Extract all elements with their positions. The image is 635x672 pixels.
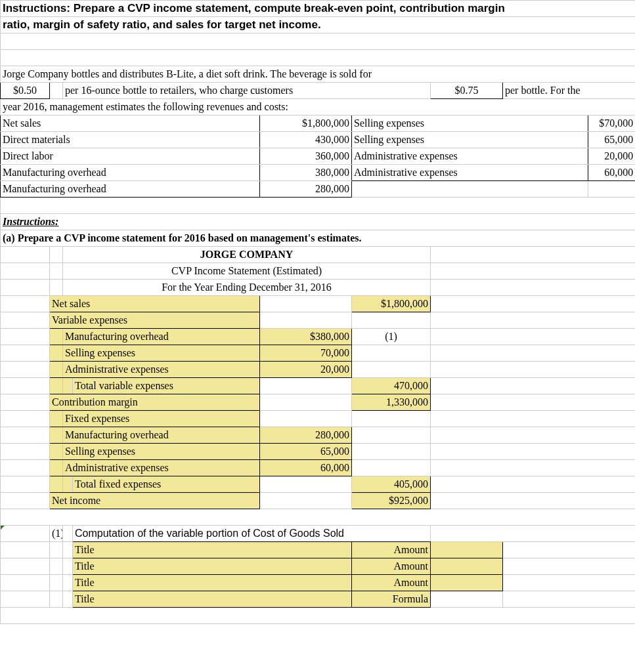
data-left-value: $1,800,000 [260,116,352,132]
contrib-value[interactable]: 1,330,000 [352,394,431,411]
data-row: Net sales $1,800,000 Selling expenses $7… [1,116,636,132]
note-ref: (1) [50,526,63,542]
fixed-exp-label[interactable]: Fixed expenses [63,411,260,427]
total-fixed-value[interactable]: 405,000 [352,476,431,493]
problem-mid: per 16-ounce bottle to retailers, who ch… [63,83,431,99]
net-income-value[interactable]: $925,000 [352,493,431,509]
price-per-bottle-retail[interactable]: $0.75 [431,83,503,99]
data-left-label: Net sales [1,116,260,132]
data-row: Direct materials 430,000 Selling expense… [1,132,636,148]
data-right-value: $70,000 [588,116,636,132]
contrib-label[interactable]: Contribution margin [50,394,260,411]
instructions-line2: ratio, margin of safety ratio, and sales… [1,17,636,33]
comp-title[interactable]: Title [73,542,352,558]
instructions-line1: Instructions: Prepare a CVP income state… [1,1,636,17]
var-line-label[interactable]: Manufacturing overhead [63,329,260,345]
problem-year-line: year 2016, management estimates the foll… [1,99,636,116]
cvp-company: JORGE COMPANY [63,247,431,263]
data-right-label: Selling expenses [352,116,588,132]
net-income-label[interactable]: Net income [50,493,260,509]
cvp-period: For the Year Ending December 31, 2016 [63,280,431,296]
data-row: Manufacturing overhead 380,000 Administr… [1,165,636,181]
problem-intro: Jorge Company bottles and distributes B-… [1,66,636,83]
var-exp-label[interactable]: Variable expenses [50,312,260,329]
total-var-value[interactable]: 470,000 [352,378,431,394]
problem-tail: per bottle. For the [503,83,636,99]
net-sales-value[interactable]: $1,800,000 [352,296,431,312]
note-mark: (1) [352,329,431,345]
spreadsheet-grid: Instructions: Prepare a CVP income state… [0,0,635,624]
computation-heading: Computation of the variable portion of C… [73,526,431,542]
net-sales-label[interactable]: Net sales [50,296,260,312]
cvp-title: CVP Income Statement (Estimated) [63,263,431,280]
data-row: Manufacturing overhead 280,000 [1,181,636,198]
total-fixed-label[interactable]: Total fixed expenses [73,476,260,493]
price-per-bottle-wholesale[interactable]: $0.50 [1,83,50,99]
part-a: (a) Prepare a CVP income statement for 2… [1,230,636,247]
total-var-label[interactable]: Total variable expenses [73,378,260,394]
comp-amount[interactable]: Amount [352,542,431,558]
data-row: Direct labor 360,000 Administrative expe… [1,148,636,165]
instructions-heading: Instructions: [1,214,636,230]
var-line-value[interactable]: $380,000 [260,329,352,345]
